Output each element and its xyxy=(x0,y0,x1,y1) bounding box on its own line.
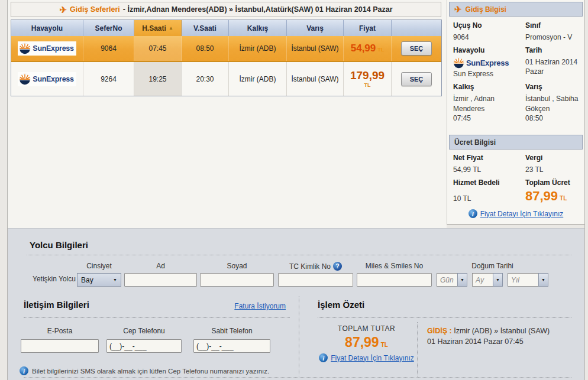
tax-value: 23 TL xyxy=(525,165,581,174)
last-name-label: Soyad xyxy=(200,262,274,270)
airline-cell: SunExpress xyxy=(11,36,83,61)
flight-no-value: 9064 xyxy=(453,33,523,42)
route-header: ✈ Gidiş Seferleri - İzmir,Adnan Menderes… xyxy=(11,2,441,17)
last-name-input[interactable] xyxy=(200,273,274,287)
column-header-deptime-label: H.Saati xyxy=(142,24,166,33)
invoice-request-link[interactable]: Fatura İstiyorum xyxy=(203,302,286,310)
chevron-down-icon: ▼ xyxy=(457,273,467,287)
chevron-down-icon: ▼ xyxy=(538,273,548,287)
landline-label: Sabit Telefon xyxy=(193,327,270,335)
price-detail-link[interactable]: Fiyat Detayı İçin Tıklayınız xyxy=(480,210,564,218)
total-fare-currency: TL xyxy=(560,195,567,202)
gender-label: Cinsiyet xyxy=(77,262,121,270)
total-amount-label: TOPLAM TUTAR xyxy=(318,324,415,333)
birth-month-select[interactable]: Ay ▼ xyxy=(472,273,503,287)
price-value: 179,99 xyxy=(350,70,385,81)
sunexpress-logo: SunExpress xyxy=(18,72,76,86)
miles-label: Miles & Smiles No xyxy=(357,262,432,270)
landline-input[interactable] xyxy=(193,339,270,353)
airline-cell: SunExpress xyxy=(11,62,83,96)
divider xyxy=(24,317,290,318)
price-cell: 179,99 TL xyxy=(344,62,392,96)
airline-label: Havayolu xyxy=(453,46,523,54)
departure-label: Kalkış xyxy=(453,83,523,91)
birth-date-label: Doğum Tarihi xyxy=(437,262,548,270)
tc-id-label: TC Kimlik No ? xyxy=(278,262,353,271)
gender-select[interactable]: Bay ▼ xyxy=(77,273,121,287)
mobile-phone-label: Cep Telefonu xyxy=(106,327,182,335)
outbound-label: GİDİŞ : xyxy=(427,327,452,335)
column-header-arrtime[interactable]: V.Saati xyxy=(182,20,229,36)
arr-time-cell: 08:50 xyxy=(182,36,229,61)
select-cell: SEÇ xyxy=(392,62,441,96)
chevron-down-icon: ▼ xyxy=(493,273,503,287)
total-amount-value: 87,99 xyxy=(345,336,379,349)
column-header-select xyxy=(392,20,441,36)
trip-info-header: ✈ Gidiş Bilgisi xyxy=(449,2,583,17)
dep-time-cell: 19:25 xyxy=(134,62,182,96)
column-header-airline[interactable]: Havayolu xyxy=(11,20,83,36)
flight-no-cell: 9264 xyxy=(83,62,134,96)
flight-no-label: Uçuş No xyxy=(453,21,523,30)
airline-name-value: Sun Express xyxy=(453,69,523,79)
tax-label: Vergi xyxy=(525,154,581,162)
fare-info-title: Ücret Bilgisi xyxy=(454,138,496,147)
price-value: 54,99 xyxy=(351,43,376,54)
trip-info-panel: ✈ Gidiş Bilgisi Uçuş No 9064 Sınıf Promo… xyxy=(447,0,584,225)
arrival-time: 08:50 xyxy=(525,113,581,123)
outbound-summary-route: GİDİŞ : İzmir (ADB) » İstanbul (SAW) xyxy=(427,327,550,335)
column-header-deptime[interactable]: H.Saati ▲ xyxy=(134,20,182,36)
sms-note-text: Bilet bilgilerinizi SMS olarak almak içi… xyxy=(32,368,269,375)
contact-section-title: İletişim Bilgileri xyxy=(24,300,89,310)
sunexpress-logo: SunExpress xyxy=(18,41,76,56)
plane-icon: ✈ xyxy=(454,5,462,14)
plane-icon: ✈ xyxy=(59,5,67,14)
divider xyxy=(318,317,571,318)
flight-row-selected[interactable]: SunExpress 9064 07:45 08:50 İzmir (ADB) … xyxy=(11,36,441,62)
service-fee-value: 10 TL xyxy=(453,194,523,203)
divider xyxy=(27,255,571,255)
birth-year-select[interactable]: Yıl ▼ xyxy=(508,273,548,287)
miles-input[interactable] xyxy=(357,273,432,287)
birth-year-value: Yıl xyxy=(508,273,538,287)
fare-info-header: Ücret Bilgisi xyxy=(449,135,583,150)
tc-id-input[interactable] xyxy=(278,273,353,287)
route-header-subtitle: - İzmir,Adnan Menderes(ADB) » İstanbul,A… xyxy=(123,5,393,14)
chevron-down-icon: ▼ xyxy=(113,278,117,282)
flight-row[interactable]: SunExpress 9264 19:25 20:30 İzmir (ADB) … xyxy=(11,62,441,96)
dep-time-cell: 07:45 xyxy=(134,36,182,61)
total-fare-label: Toplam Ücret xyxy=(525,178,581,187)
airline-logo-text: SunExpress xyxy=(466,59,509,67)
booking-form-area: Yolcu Bilgileri Cinsiyet Ad Soyad TC Kim… xyxy=(8,228,584,380)
mobile-phone-input[interactable] xyxy=(106,339,182,353)
column-header-departure[interactable]: Kalkış xyxy=(229,20,287,36)
total-amount-currency: TL xyxy=(381,342,388,348)
select-flight-button[interactable]: SEÇ xyxy=(401,72,432,86)
date-label: Tarih xyxy=(525,46,581,54)
column-header-arrival[interactable]: Varış xyxy=(287,20,344,36)
sms-note: i Bilet bilgilerinizi SMS olarak almak i… xyxy=(20,366,269,375)
column-header-price[interactable]: Fiyat xyxy=(344,20,392,36)
summary-price-detail-link[interactable]: Fiyat Detayı İçin Tıklayınız xyxy=(331,354,414,362)
info-icon: i xyxy=(20,366,28,375)
price-currency: TL xyxy=(377,47,384,53)
divider xyxy=(417,322,418,376)
help-icon[interactable]: ? xyxy=(333,262,342,271)
date-value: 01 Haziran 2014 Pazar xyxy=(525,57,581,76)
first-name-input[interactable] xyxy=(124,273,197,287)
birth-day-select[interactable]: Gün ▼ xyxy=(437,273,467,287)
page-frame-right xyxy=(584,0,585,380)
birth-month-value: Ay xyxy=(472,273,493,287)
email-input[interactable] xyxy=(21,339,99,353)
outbound-summary-datetime: 01 Haziran 2014 Pazar 07:45 xyxy=(427,337,524,346)
info-icon: i xyxy=(469,209,477,218)
departure-place: İzmir , Adnan Menderes xyxy=(453,94,523,113)
column-header-flightno[interactable]: SeferNo xyxy=(83,20,134,36)
route-header-title: Gidiş Seferleri xyxy=(70,5,120,14)
info-icon: i xyxy=(319,353,328,362)
divider xyxy=(299,296,299,378)
select-flight-button[interactable]: SEÇ xyxy=(401,41,432,56)
sunexpress-sun-icon xyxy=(19,73,31,85)
price-currency: TL xyxy=(364,83,371,88)
trip-info-title: Gidiş Bilgisi xyxy=(466,5,506,14)
